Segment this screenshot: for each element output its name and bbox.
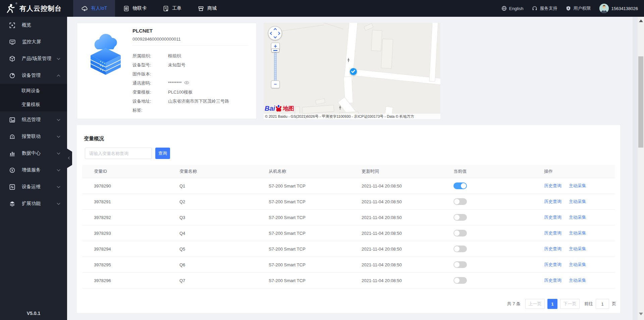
chevron-down-icon	[57, 57, 60, 60]
baidu-logo-text: Bai	[265, 105, 275, 112]
history-query-link[interactable]: 历史查询	[544, 215, 561, 220]
tab-usr-iot[interactable]: 有人IoT	[73, 0, 115, 17]
baidu-map[interactable]: + − Bai 地图 © 2021 Baidu - GS(2021)6026号 …	[264, 23, 440, 119]
page-unit-label: 页	[612, 301, 616, 307]
variable-search-input[interactable]	[85, 148, 152, 159]
goto-label: 前往	[584, 301, 593, 307]
table-row: 3978292 Q3 S7-200 Smart TCP 2021-11-04 2…	[82, 210, 615, 225]
storefront-icon	[198, 5, 204, 12]
tab-mall[interactable]: 商城	[190, 0, 225, 17]
chevron-down-icon	[57, 135, 60, 138]
sidebar-item-device-management[interactable]: 设备管理	[0, 67, 67, 84]
language-switch[interactable]: English	[501, 6, 524, 11]
sidebar-collapse-handle[interactable]	[67, 149, 72, 168]
device-ops-icon	[9, 184, 15, 190]
sidebar: 概览 监控大屏 产品/场景管理 设备管理	[0, 17, 67, 320]
variables-table: 变量ID 变量名称 从机名称 更新时间 当前值 操作 3978290 Q1 S7…	[82, 165, 615, 288]
tab-iot-card[interactable]: 物联卡	[115, 0, 155, 17]
device-field-address: 设备地址: 山东省济南市历下区茂岭三号路	[132, 97, 229, 106]
sidebar-item-alarm-linkage[interactable]: 报警联动	[0, 128, 67, 145]
active-collect-link[interactable]: 主动采集	[569, 215, 586, 220]
sidebar-item-product-scene[interactable]: 产品/场景管理	[0, 50, 67, 67]
topbar-right: English 服务支持 用户权限	[501, 0, 644, 17]
variables-panel: 变量概况 查询 变量ID 变量名称 从机名称 更新时间 当前值 操作 39782…	[77, 125, 620, 313]
device-fields: 所属组织: 根组织 设备型号: 未知型号 固件版本: 通讯密码: *******…	[132, 51, 229, 115]
baidu-paw-icon	[275, 104, 283, 112]
device-info-card: PLCNET 00092846000000000011 所属组织: 根组织 设备…	[77, 23, 257, 119]
value-toggle[interactable]	[453, 230, 467, 236]
map-zoom-slider[interactable]	[274, 52, 277, 81]
globe-icon	[501, 6, 507, 11]
logo: ® 有人云控制台	[0, 0, 73, 17]
sidebar-item-scada[interactable]: 组态管理	[0, 111, 67, 128]
goto-page-input[interactable]	[596, 299, 609, 309]
value-toggle[interactable]	[453, 182, 467, 189]
device-management-icon	[9, 73, 15, 78]
overview-icon	[9, 22, 15, 28]
device-field-org: 所属组织: 根组织	[132, 51, 229, 60]
sidebar-item-extensions[interactable]: 扩展功能	[0, 195, 67, 212]
history-query-link[interactable]: 历史查询	[544, 230, 561, 235]
active-collect-link[interactable]: 主动采集	[569, 183, 586, 188]
next-page-button[interactable]: 下一页	[560, 299, 580, 309]
table-row: 3978294 Q5 S7-200 Smart TCP 2021-11-04 2…	[82, 241, 615, 257]
search-button[interactable]: 查询	[155, 148, 170, 159]
active-collect-link[interactable]: 主动采集	[569, 278, 586, 283]
value-toggle[interactable]	[453, 261, 467, 268]
page-number-1[interactable]: 1	[547, 299, 557, 309]
history-query-link[interactable]: 历史查询	[544, 262, 561, 267]
sidebar-subitem-variable-templates[interactable]: 变量模板	[0, 98, 67, 111]
big-screen-icon	[9, 39, 15, 45]
table-row: 3978291 Q2 S7-200 Smart TCP 2021-11-04 2…	[82, 194, 615, 210]
table-row: 3978296 Q7 S7-200 Smart TCP 2021-11-04 2…	[82, 273, 615, 288]
device-id: 00092846000000000011	[132, 37, 181, 42]
chevron-down-icon	[57, 168, 60, 171]
history-query-link[interactable]: 历史查询	[544, 246, 561, 251]
history-query-link[interactable]: 历史查询	[544, 199, 561, 204]
service-support[interactable]: 服务支持	[532, 5, 557, 11]
vertical-scrollbar[interactable]	[638, 17, 644, 320]
show-password-eye-icon[interactable]	[184, 81, 189, 86]
device-location-marker[interactable]	[350, 68, 357, 75]
value-added-icon	[9, 167, 15, 173]
divider	[132, 45, 248, 46]
user-account[interactable]: 15634138026	[599, 4, 638, 13]
chevron-up-icon	[57, 74, 60, 78]
device-field-template: 变量模板: PLC100模板	[132, 88, 229, 97]
sidebar-item-overview[interactable]: 概览	[0, 17, 67, 34]
chevron-down-icon	[57, 118, 60, 121]
sidebar-subitem-connected-devices[interactable]: 联网设备	[0, 84, 67, 98]
sidebar-item-device-ops[interactable]: 设备运维	[0, 178, 67, 195]
app-title: 有人云控制台	[19, 4, 62, 13]
active-collect-link[interactable]: 主动采集	[569, 199, 586, 204]
value-toggle[interactable]	[453, 277, 467, 284]
active-collect-link[interactable]: 主动采集	[569, 262, 586, 267]
scroll-up-arrow-icon[interactable]	[639, 19, 643, 22]
scroll-down-arrow-icon[interactable]	[639, 313, 643, 315]
prev-page-button[interactable]: 上一页	[525, 299, 545, 309]
device-field-model: 设备型号: 未知型号	[132, 60, 229, 69]
value-toggle[interactable]	[453, 214, 467, 221]
value-toggle[interactable]	[453, 246, 467, 252]
total-count: 共 7 条	[507, 301, 521, 307]
shield-icon	[566, 6, 571, 11]
map-zoom-out-button[interactable]: −	[271, 81, 280, 88]
usr-running-man-logo-icon: ®	[5, 3, 15, 13]
sidebar-item-big-screen[interactable]: 监控大屏	[0, 34, 67, 50]
map-pan-control[interactable]	[268, 26, 282, 40]
chevron-down-icon	[57, 202, 60, 205]
active-collect-link[interactable]: 主动采集	[569, 246, 586, 251]
scrollbar-thumb[interactable]	[638, 56, 643, 148]
history-query-link[interactable]: 历史查询	[544, 183, 561, 188]
device-illustration	[87, 32, 124, 78]
user-permissions[interactable]: 用户权限	[566, 5, 591, 11]
history-query-link[interactable]: 历史查询	[544, 278, 561, 283]
table-row: 3978293 Q4 S7-200 Smart TCP 2021-11-04 2…	[82, 225, 615, 241]
value-toggle[interactable]	[453, 198, 467, 205]
active-collect-link[interactable]: 主动采集	[569, 230, 586, 235]
map-zoom-slider-thumb[interactable]	[271, 48, 279, 52]
sidebar-item-value-added[interactable]: 增值服务	[0, 162, 67, 178]
device-management-submenu: 联网设备 变量模板	[0, 84, 67, 111]
tab-work-order[interactable]: 工单	[155, 0, 190, 17]
sidebar-item-data-center[interactable]: 数据中心	[0, 145, 67, 162]
